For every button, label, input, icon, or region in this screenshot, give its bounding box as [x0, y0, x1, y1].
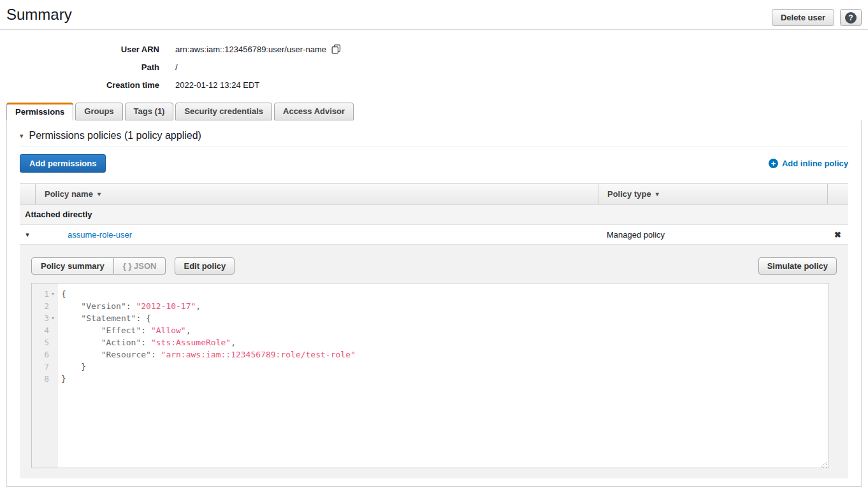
editor-code: { "Version": "2012-10-17", "Statement": …: [58, 283, 356, 468]
policy-name-link[interactable]: assume-role-user: [35, 230, 598, 240]
policy-json-editor[interactable]: 1▾23▾45678 { "Version": "2012-10-17", "S…: [31, 283, 829, 468]
policies-table: Policy name ▾ Policy type ▾ Attached dir…: [20, 183, 848, 478]
remove-column-header: [827, 184, 848, 204]
add-permissions-button[interactable]: Add permissions: [20, 154, 106, 173]
help-icon: ?: [845, 12, 857, 24]
tab-access-advisor[interactable]: Access Advisor: [274, 103, 354, 120]
policies-table-header: Policy name ▾ Policy type ▾: [20, 183, 848, 205]
json-view-button[interactable]: { } JSON: [114, 257, 166, 275]
page-header: Summary Delete user ?: [0, 0, 868, 30]
field-row-user-arn: User ARN arn:aws:iam::123456789:user/use…: [0, 40, 868, 58]
policy-type-column-header[interactable]: Policy type ▾: [598, 184, 827, 204]
policy-detail-toolbar: Policy summary { } JSON Edit policy Simu…: [31, 257, 837, 275]
simulate-policy-button[interactable]: Simulate policy: [758, 257, 837, 275]
sort-caret-icon: ▾: [98, 190, 101, 197]
section-collapse-icon: ▾: [20, 132, 24, 140]
header-actions: Delete user ?: [772, 9, 862, 26]
tab-security-credentials[interactable]: Security credentials: [175, 103, 272, 120]
tab-permissions[interactable]: Permissions: [6, 103, 73, 120]
field-row-creation-time: Creation time 2022-01-12 13:24 EDT: [0, 76, 868, 94]
editor-gutter[interactable]: 1▾23▾45678: [32, 283, 58, 468]
summary-fields: User ARN arn:aws:iam::123456789:user/use…: [0, 40, 868, 94]
field-row-path: Path /: [0, 58, 868, 76]
attached-directly-group-row: Attached directly: [20, 205, 848, 225]
creation-time-label: Creation time: [0, 80, 159, 90]
tab-groups[interactable]: Groups: [75, 103, 122, 120]
add-inline-policy-link[interactable]: + Add inline policy: [769, 159, 848, 168]
panel-bottom-divider: [7, 486, 861, 487]
plus-icon: +: [769, 159, 778, 168]
editor-resize-handle[interactable]: [820, 459, 827, 466]
policy-type-value: Managed policy: [598, 230, 827, 240]
page-title: Summary: [6, 0, 868, 24]
policy-table-row: ▾ assume-role-user Managed policy ✖: [20, 225, 848, 244]
detach-policy-icon[interactable]: ✖: [827, 230, 848, 240]
copy-icon[interactable]: [331, 44, 341, 54]
section-divider: [20, 147, 848, 147]
row-expand-caret-icon[interactable]: ▾: [20, 231, 35, 239]
path-value: /: [175, 62, 178, 72]
creation-time-value: 2022-01-12 13:24 EDT: [175, 80, 259, 90]
permissions-panel: ▾ Permissions policies (1 policy applied…: [6, 120, 862, 487]
help-button[interactable]: ?: [840, 9, 862, 26]
tab-tags[interactable]: Tags (1): [125, 103, 174, 120]
delete-user-button[interactable]: Delete user: [772, 9, 834, 26]
policy-name-column-header[interactable]: Policy name ▾: [35, 184, 598, 204]
policy-actions-row: Add permissions + Add inline policy: [20, 154, 848, 173]
sort-caret-icon: ▾: [656, 190, 659, 197]
section-title: Permissions policies (1 policy applied): [29, 130, 201, 141]
path-label: Path: [0, 62, 159, 72]
tab-bar: Permissions Groups Tags (1) Security cre…: [6, 103, 868, 120]
permissions-policies-section-toggle[interactable]: ▾ Permissions policies (1 policy applied…: [20, 120, 848, 141]
edit-policy-button[interactable]: Edit policy: [175, 257, 235, 275]
policy-view-toggle: Policy summary { } JSON: [31, 257, 166, 275]
policy-detail-area: Policy summary { } JSON Edit policy Simu…: [20, 244, 848, 478]
policy-summary-button[interactable]: Policy summary: [31, 257, 114, 275]
expand-column-header: [20, 184, 35, 204]
user-arn-value: arn:aws:iam::123456789:user/user-name: [175, 45, 326, 54]
user-arn-label: User ARN: [0, 45, 159, 54]
